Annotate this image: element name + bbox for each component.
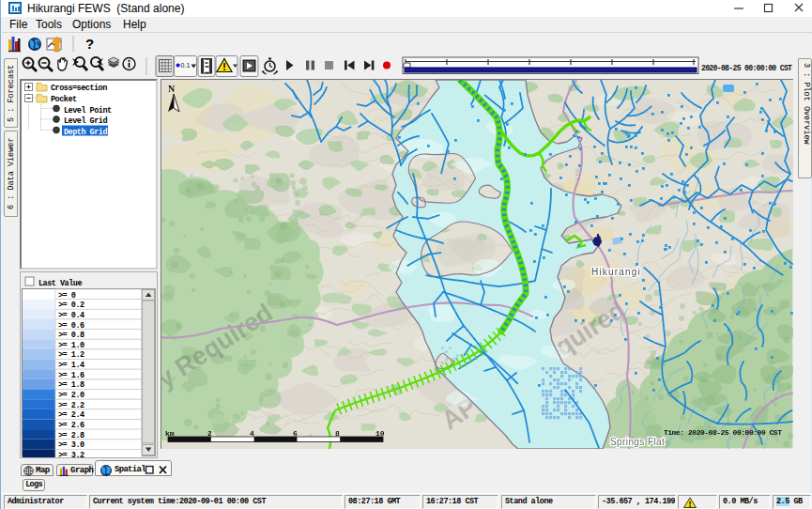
svg-text:>= 2.6: >= 2.6 <box>58 421 84 430</box>
svg-text:Last Value: Last Value <box>38 279 82 288</box>
svg-text:Level Grid: Level Grid <box>64 116 107 126</box>
svg-text:>= 0.4: >= 0.4 <box>58 311 84 320</box>
svg-text:>= 1.8: >= 1.8 <box>58 380 84 390</box>
svg-text:>= 3.0: >= 3.0 <box>58 440 84 450</box>
svg-text:>= 0.6: >= 0.6 <box>58 321 84 331</box>
svg-text:Cross=section: Cross=section <box>51 84 107 93</box>
svg-text:>= 0.2: >= 0.2 <box>58 301 84 310</box>
svg-text:N: N <box>168 84 176 94</box>
svg-text:>= 0: >= 0 <box>58 291 76 301</box>
svg-text:>= 2.4: >= 2.4 <box>58 410 84 420</box>
svg-text:>= 3.2: >= 3.2 <box>58 451 84 457</box>
svg-text:>= 1.6: >= 1.6 <box>58 371 84 380</box>
svg-text:>= 1.2: >= 1.2 <box>58 350 84 360</box>
svg-text:Level Point: Level Point <box>64 106 112 116</box>
svg-text:>= 2.0: >= 2.0 <box>58 391 84 400</box>
svg-text:2020-08-25 00:00:00 CST: 2020-08-25 00:00:00 CST <box>701 64 792 72</box>
svg-text:Pocket: Pocket <box>51 95 77 104</box>
svg-text:0.1: 0.1 <box>181 62 191 69</box>
svg-text:Time: 2020-08-25 00:00:00 CST: Time: 2020-08-25 00:00:00 CST <box>664 428 782 437</box>
svg-text:>= 2.8: >= 2.8 <box>58 431 84 440</box>
svg-text:Hikurangi: Hikurangi <box>591 267 641 277</box>
svg-text:SH 1: SH 1 <box>575 168 580 181</box>
svg-text:>= 0.8: >= 0.8 <box>58 331 84 340</box>
svg-text:>= 2.2: >= 2.2 <box>58 401 84 410</box>
svg-text:>= 1.4: >= 1.4 <box>58 361 84 370</box>
svg-text:Depth Grid: Depth Grid <box>64 128 107 137</box>
svg-text:?: ? <box>85 36 94 52</box>
svg-text:Springs Flat: Springs Flat <box>610 437 665 447</box>
svg-text:>= 1.0: >= 1.0 <box>58 341 84 350</box>
